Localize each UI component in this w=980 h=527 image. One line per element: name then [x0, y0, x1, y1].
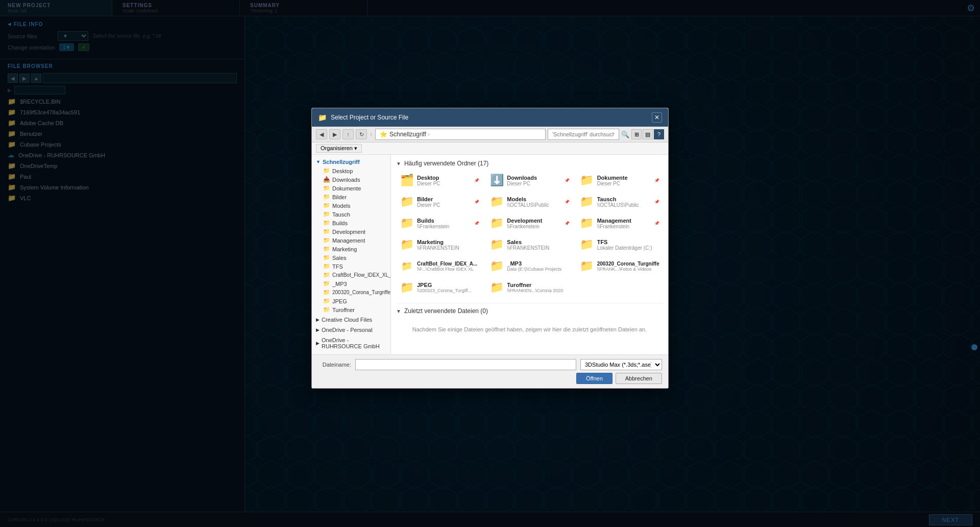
dialog-open-button[interactable]: Öffnen: [576, 373, 612, 384]
builds-icon: 📁: [400, 217, 414, 229]
folder-card-models[interactable]: 📁 Models \\OCTALUS\Public 📌: [486, 193, 573, 211]
dialog-body: ▼ Schnellzugriff 📁 Desktop 📥 Downloads 📁…: [312, 155, 668, 354]
sidebar-craftbot-label: CraftBot_Flow_IDEX_XL_AME: [332, 272, 391, 278]
sidebar-item-tausch[interactable]: 📁 Tausch: [312, 210, 390, 219]
corona-turgniffe-icon: 📁: [580, 260, 594, 272]
filetype-select[interactable]: 3DStudio Max (*.3ds;*.ase): [580, 359, 662, 370]
sidebar-development-label: Development: [332, 229, 365, 235]
dialog-cancel-button[interactable]: Abbrechen: [616, 373, 662, 384]
dialog-back-btn[interactable]: ◀: [316, 129, 327, 139]
folder-card-sales[interactable]: 📁 Sales \\FRANKENSTEIN: [486, 235, 573, 254]
dialog-action-buttons: Öffnen Abbrechen: [318, 373, 662, 384]
dialog-org-bar: Organisieren ▾: [312, 142, 668, 155]
dialog-footer: Dateiname: 3DStudio Max (*.3ds;*.ase) Öf…: [312, 354, 668, 388]
sidebar-group-onedrive-personal-header[interactable]: ▶ OneDrive - Personal: [312, 325, 390, 334]
folder-card-corona-turgniffe[interactable]: 📁 200320_Corona_Turgniffe \\FRANK...\Fot…: [576, 257, 663, 275]
dokumente-icon: 📁: [580, 174, 594, 186]
dialog-view-buttons: ⊞ ▤ ?: [631, 129, 664, 139]
sidebar-dokumente-label: Dokumente: [332, 185, 361, 191]
sidebar-item-development[interactable]: 📁 Development: [312, 227, 390, 236]
corona-folder-icon: 📁: [323, 289, 330, 296]
folder-card-jpeg[interactable]: 📁 JPEG \\200323_Corona_Turgiff...: [396, 278, 483, 297]
sidebar-item-craftbot[interactable]: 📁 CraftBot_Flow_IDEX_XL_AME: [312, 271, 390, 279]
sidebar-item-corona[interactable]: 📁 200320_Corona_Turgriffe: [312, 288, 390, 297]
sidebar-item-turoffner[interactable]: 📁 Turoffner: [312, 305, 390, 314]
sidebar-models-label: Models: [332, 203, 350, 209]
folder-card-dokumente[interactable]: 📁 Dokumente Dieser PC 📌: [576, 171, 663, 189]
frequent-toggle[interactable]: ▼: [396, 161, 401, 166]
sidebar-turoffner-label: Turoffner: [332, 307, 355, 313]
sidebar-desktop-label: Desktop: [332, 168, 353, 174]
dialog-sidebar: ▼ Schnellzugriff 📁 Desktop 📥 Downloads 📁…: [312, 155, 391, 354]
folder-card-desktop[interactable]: 🗂️ Desktop Dieser PC 📌: [396, 171, 483, 189]
sidebar-item-sales[interactable]: 📁 Sales: [312, 253, 390, 262]
folder-card-craftbot[interactable]: 📁 CraftBot_Flow_IDEX_A... \\F...\CraftBo…: [396, 257, 483, 275]
sidebar-group-creative-cloud-header[interactable]: ▶ Creative Cloud Files: [312, 315, 390, 324]
dialog-folder-icon: 📁: [318, 113, 327, 122]
sidebar-group-schnellzugriff-header[interactable]: ▼ Schnellzugriff: [312, 157, 390, 166]
sidebar-item-models[interactable]: 📁 Models: [312, 201, 390, 210]
recent-title: Zuletzt verwendete Dateien (0): [404, 307, 488, 315]
marketing-folder-icon: 📁: [323, 246, 330, 252]
folder-card-downloads[interactable]: ⬇️ Downloads Dieser PC 📌: [486, 171, 573, 189]
chevron-right-icon-3: ▶: [316, 341, 320, 346]
sidebar-item-downloads[interactable]: 📥 Downloads: [312, 175, 390, 184]
filename-input[interactable]: [355, 359, 576, 370]
sidebar-item-marketing[interactable]: 📁 Marketing: [312, 245, 390, 253]
folder-card-tausch[interactable]: 📁 Tausch \\OCTALUS\Public 📌: [576, 193, 663, 211]
sidebar-item-tfs[interactable]: 📁 TFS: [312, 262, 390, 271]
recent-toggle[interactable]: ▼: [396, 308, 401, 314]
recent-empty-text: Nachdem Sie einige Dateien geöffnet habe…: [396, 319, 663, 340]
recent-files-section: ▼ Zuletzt verwendete Dateien (0) Nachdem…: [396, 303, 663, 340]
sidebar-item-jpeg[interactable]: 📁 JPEG: [312, 297, 390, 305]
sidebar-item-builds[interactable]: 📁 Builds: [312, 219, 390, 227]
dialog-main: ▼ Häufig verwendete Ordner (17) 🗂️ Deskt…: [391, 155, 668, 354]
pin-icon: 📌: [474, 178, 479, 183]
folder-card-builds[interactable]: 📁 Builds \\Frankenstein 📌: [396, 214, 483, 232]
folder-card-tfs[interactable]: 📁 TFS Lokaler Datenträger (C:): [576, 235, 663, 254]
folder-card-management[interactable]: 📁 Management \\Frankenstein 📌: [576, 214, 663, 232]
sidebar-group-onedrive-ruhrsource-header[interactable]: ▶ OneDrive - RUHRSOURCE GmbH: [312, 336, 390, 351]
craftbot-folder-icon: 📁: [323, 272, 330, 278]
dialog-forward-btn[interactable]: ▶: [329, 129, 340, 139]
pin-icon-4: 📌: [474, 200, 479, 204]
development-folder-icon: 📁: [323, 228, 330, 235]
folder-card-mp3[interactable]: 📁 _MP3 Data (E:\)\Cubase Projects: [486, 257, 573, 275]
folder-card-bilder[interactable]: 📁 Bilder Dieser PC 📌: [396, 193, 483, 211]
path-root-icon: ⭐: [380, 131, 387, 138]
dialog-toolbar: ◀ ▶ ↑ ↻ › ⭐ Schnellzugriff › 🔍 ⊞ ▤ ?: [312, 127, 668, 142]
sidebar-onedrive-ruhrsource-label: OneDrive - RUHRSOURCE GmbH: [322, 337, 386, 349]
turoffner-folder-icon: 📁: [323, 306, 330, 313]
sidebar-group-schnellzugriff: ▼ Schnellzugriff 📁 Desktop 📥 Downloads 📁…: [312, 157, 390, 314]
sidebar-group-onedrive-ruhrsource: ▶ OneDrive - RUHRSOURCE GmbH: [312, 336, 390, 351]
sidebar-item-desktop[interactable]: 📁 Desktop: [312, 166, 390, 175]
dialog-search-input[interactable]: [548, 129, 619, 140]
folder-card-development[interactable]: 📁 Development \\Frankenstein 📌: [486, 214, 573, 232]
sidebar-item-bilder[interactable]: 📁 Bilder: [312, 193, 390, 201]
folder-card-turoffner[interactable]: 📁 Turoffner \\FRANKEN...\Corona 2020: [486, 278, 573, 297]
sidebar-group-creative-cloud: ▶ Creative Cloud Files: [312, 315, 390, 324]
recent-header-row: ▼ Zuletzt verwendete Dateien (0): [396, 307, 663, 315]
filename-label: Dateiname:: [318, 362, 351, 368]
sidebar-item-management[interactable]: 📁 Management: [312, 236, 390, 245]
folder-card-marketing[interactable]: 📁 Marketing \\FRANKENSTEIN: [396, 235, 483, 254]
desktop-folder-icon: 📁: [323, 167, 330, 174]
view-grid-btn[interactable]: ⊞: [631, 129, 642, 139]
org-button[interactable]: Organisieren ▾: [316, 144, 362, 153]
jpeg-icon: 📁: [400, 281, 414, 294]
view-list-btn[interactable]: ▤: [643, 129, 653, 139]
dialog-refresh-btn[interactable]: ↻: [356, 129, 367, 139]
sidebar-item-dokumente[interactable]: 📁 Dokumente: [312, 184, 390, 193]
craftbot-icon: 📁: [400, 260, 414, 272]
turoffner-icon: 📁: [489, 281, 504, 294]
sidebar-corona-label: 200320_Corona_Turgriffe: [332, 290, 390, 295]
tausch-icon: 📁: [580, 196, 594, 208]
frequent-folders-section: ▼ Häufig verwendete Ordner (17) 🗂️ Deskt…: [396, 160, 663, 297]
view-help-btn[interactable]: ?: [654, 129, 664, 139]
builds-folder-icon: 📁: [323, 220, 330, 226]
sidebar-item-mp3[interactable]: 📁 _MP3: [312, 279, 390, 288]
dialog-up-btn[interactable]: ↑: [342, 129, 354, 139]
pin-icon-3: 📌: [654, 178, 659, 183]
pin-icon-6: 📌: [654, 200, 659, 204]
dialog-close-button[interactable]: ✕: [652, 112, 662, 123]
